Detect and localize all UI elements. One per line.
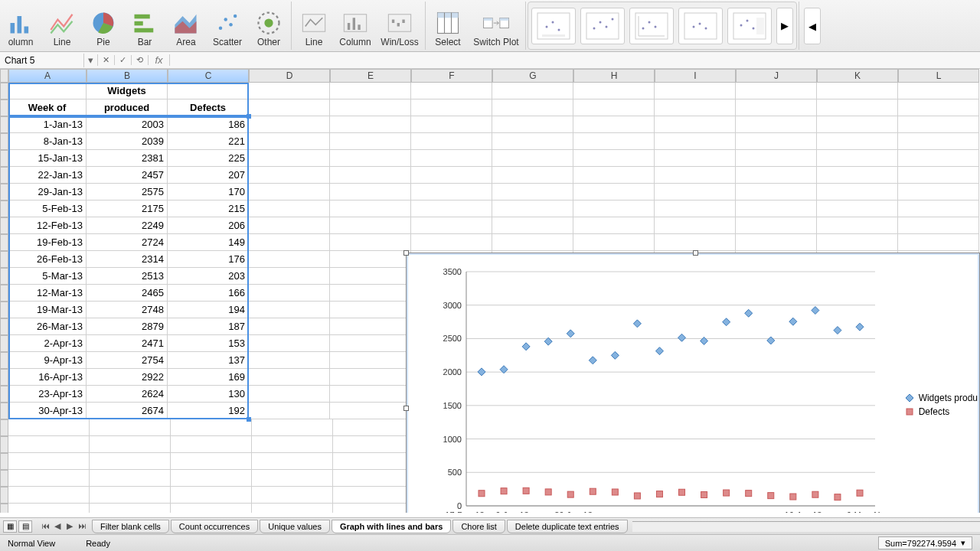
table-row[interactable]: 5-Feb-132175215	[0, 201, 980, 217]
ribbon-label: Bar	[138, 37, 152, 47]
layout-preset-2[interactable]	[580, 8, 625, 44]
table-row[interactable]: 29-Jan-132575170	[0, 184, 980, 201]
svg-text:6-May-13: 6-May-13	[847, 510, 880, 513]
view-page-button[interactable]: ▤	[18, 520, 32, 533]
selection-handle[interactable]	[247, 417, 251, 422]
autosum-display[interactable]: Sum=792274.9594 ▾	[878, 536, 972, 549]
column-header-L[interactable]: L	[898, 69, 979, 83]
table-row[interactable]: 12-Feb-132249206	[0, 217, 980, 234]
svg-point-50	[699, 22, 701, 24]
tab-last-button[interactable]: ⏭	[77, 521, 87, 531]
ribbon-label: Pie	[96, 37, 109, 47]
sparkline-winloss-button[interactable]: Win/Loss	[376, 2, 423, 49]
accept-formula-button[interactable]: ✓	[115, 55, 132, 65]
svg-rect-22	[397, 23, 400, 27]
svg-rect-117	[906, 409, 913, 415]
selection-handle[interactable]	[247, 114, 251, 119]
sparkline-line-icon	[300, 9, 328, 37]
svg-point-34	[552, 21, 554, 23]
sheet-tab[interactable]: Delete duplicate text entries	[507, 520, 628, 533]
sparkline-column-icon	[341, 9, 369, 37]
embedded-chart[interactable]: 050010001500200025003000350017-Dec-126-J…	[406, 253, 980, 513]
gallery-prev-button[interactable]: ◀	[804, 8, 821, 44]
column-header-A[interactable]: A	[8, 69, 87, 83]
table-row[interactable]: 19-Feb-132724149	[0, 234, 980, 251]
pie-chart-icon	[90, 9, 117, 37]
chart-resize-handle[interactable]	[403, 250, 409, 256]
select-data-button[interactable]: Select	[427, 2, 469, 49]
chart-other-button[interactable]: Other	[248, 2, 289, 49]
chart-resize-handle[interactable]	[403, 406, 409, 411]
svg-point-55	[753, 27, 755, 29]
svg-point-38	[593, 27, 596, 29]
svg-marker-80	[478, 368, 485, 376]
chart-column-button[interactable]: olumn	[0, 2, 41, 49]
chart-pie-button[interactable]: Pie	[83, 2, 124, 49]
tab-next-button[interactable]: ▶	[64, 521, 75, 531]
chart-line-button[interactable]: Line	[41, 2, 83, 49]
tab-prev-button[interactable]: ◀	[52, 521, 63, 531]
column-header-D[interactable]: D	[249, 69, 330, 83]
column-header-H[interactable]: H	[573, 69, 655, 83]
formula-input[interactable]	[170, 53, 980, 67]
square-marker-icon	[905, 407, 914, 416]
column-header-I[interactable]: I	[655, 69, 736, 83]
svg-marker-93	[767, 337, 775, 344]
chart-resize-handle[interactable]	[693, 250, 698, 256]
tab-first-button[interactable]: ⏮	[40, 521, 51, 531]
other-chart-icon	[255, 9, 283, 37]
sparkline-line-button[interactable]: Line	[293, 2, 335, 49]
svg-rect-56	[756, 18, 764, 34]
sheet-tab[interactable]: Unique values	[260, 520, 330, 533]
layout-preset-3[interactable]	[629, 8, 674, 44]
chart-bar-button[interactable]: Bar	[124, 2, 165, 49]
table-row[interactable]: 1-Jan-132003186	[0, 116, 980, 133]
sheet-tab[interactable]: Chore list	[452, 520, 505, 533]
table-row[interactable]: 8-Jan-132039221	[0, 133, 980, 150]
layout-preset-5[interactable]	[727, 8, 772, 44]
svg-rect-48	[684, 13, 717, 39]
svg-rect-114	[835, 494, 841, 500]
chart-plot-area[interactable]: 050010001500200025003000350017-Dec-126-J…	[436, 267, 880, 513]
svg-point-44	[648, 21, 651, 23]
name-box-dropdown[interactable]: ▾	[84, 54, 98, 66]
gallery-next-button[interactable]: ▶	[776, 8, 793, 44]
cancel-formula-button[interactable]: ✕	[98, 55, 115, 65]
sheet-tab[interactable]: Filter blank cells	[92, 520, 169, 533]
svg-marker-116	[906, 394, 913, 402]
svg-text:3000: 3000	[443, 301, 462, 310]
name-box[interactable]: Chart 5	[0, 54, 84, 67]
sparkline-column-button[interactable]: Column	[335, 2, 376, 49]
column-header-F[interactable]: F	[411, 69, 492, 83]
svg-point-49	[693, 25, 695, 28]
formula-builder-button[interactable]: ⟲	[132, 55, 149, 65]
svg-point-12	[234, 15, 237, 18]
view-normal-button[interactable]: ▦	[3, 520, 17, 533]
svg-text:16-Apr-13: 16-Apr-13	[785, 510, 822, 513]
column-header-J[interactable]: J	[736, 69, 817, 83]
sheet-tab[interactable]: Count occurrences	[171, 520, 258, 533]
table-row[interactable]: 15-Jan-132381225	[0, 150, 980, 167]
column-header-K[interactable]: K	[817, 69, 898, 83]
spreadsheet-grid[interactable]: ABCDEFGHIJKL WidgetsWeek ofproducedDefec…	[0, 69, 980, 513]
layout-preset-1[interactable]	[531, 8, 576, 44]
svg-rect-1	[18, 16, 22, 34]
column-header-B[interactable]: B	[87, 69, 168, 83]
layout-preset-4[interactable]	[678, 8, 723, 44]
ribbon-label: Win/Loss	[381, 37, 418, 47]
table-row[interactable]: 22-Jan-132457207	[0, 167, 980, 184]
chevron-left-icon: ◀	[808, 21, 816, 32]
svg-point-51	[705, 27, 707, 29]
sheet-tab[interactable]: Graph with lines and bars	[332, 520, 451, 533]
switch-plot-button[interactable]: Switch Plot	[469, 2, 524, 49]
column-header-E[interactable]: E	[330, 69, 411, 83]
chart-scatter-button[interactable]: Scatter	[207, 2, 248, 49]
chart-area-button[interactable]: Area	[165, 2, 207, 49]
chart-legend[interactable]: Widgets produ Defects	[905, 390, 978, 420]
name-formula-bar: Chart 5 ▾ ✕ ✓ ⟲ fx	[0, 52, 980, 69]
chart-layout-gallery: ▶	[528, 2, 797, 50]
svg-text:17-Dec-12: 17-Dec-12	[445, 510, 484, 513]
column-header-C[interactable]: C	[168, 69, 249, 83]
svg-rect-115	[857, 490, 863, 496]
column-header-G[interactable]: G	[492, 69, 573, 83]
